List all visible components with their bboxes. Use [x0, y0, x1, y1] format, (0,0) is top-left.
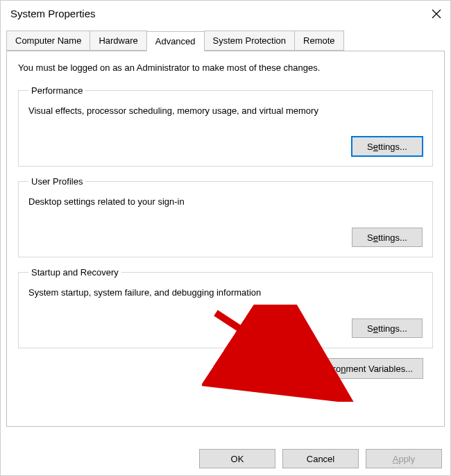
startup-recovery-desc: System startup, system failure, and debu…	[28, 287, 423, 298]
tab-row: Computer Name Hardware Advanced System P…	[1, 31, 450, 51]
startup-recovery-settings-button[interactable]: Settings...	[352, 318, 423, 338]
startup-recovery-legend: Startup and Recovery	[28, 267, 121, 278]
admin-note: You must be logged on as an Administrato…	[18, 62, 433, 73]
tab-system-protection[interactable]: System Protection	[204, 31, 296, 51]
performance-desc: Visual effects, processor scheduling, me…	[28, 105, 423, 116]
performance-settings-button[interactable]: Settings...	[352, 137, 423, 156]
tab-computer-name[interactable]: Computer Name	[6, 31, 90, 51]
tab-hardware[interactable]: Hardware	[90, 31, 146, 51]
advanced-panel: You must be logged on as an Administrato…	[6, 51, 445, 427]
performance-legend: Performance	[28, 85, 85, 96]
user-profiles-group: User Profiles Desktop settings related t…	[18, 176, 433, 257]
ok-button[interactable]: OK	[199, 449, 275, 468]
close-icon	[431, 8, 442, 19]
startup-recovery-group: Startup and Recovery System startup, sys…	[18, 267, 433, 348]
system-properties-dialog: System Properties Computer Name Hardware…	[0, 0, 451, 476]
cancel-button[interactable]: Cancel	[282, 449, 359, 468]
window-title: System Properties	[10, 8, 96, 19]
user-profiles-legend: User Profiles	[28, 176, 85, 187]
environment-variables-button[interactable]: Environment Variables...	[305, 358, 423, 379]
performance-group: Performance Visual effects, processor sc…	[18, 85, 433, 167]
dialog-footer: OK Cancel Apply	[199, 449, 442, 468]
user-profiles-settings-button[interactable]: Settings...	[352, 228, 423, 247]
titlebar: System Properties	[1, 1, 450, 24]
apply-button[interactable]: Apply	[366, 449, 442, 468]
user-profiles-desc: Desktop settings related to your sign-in	[28, 196, 423, 207]
tab-advanced[interactable]: Advanced	[146, 31, 205, 51]
close-button[interactable]	[431, 8, 442, 19]
tab-remote[interactable]: Remote	[294, 31, 344, 51]
